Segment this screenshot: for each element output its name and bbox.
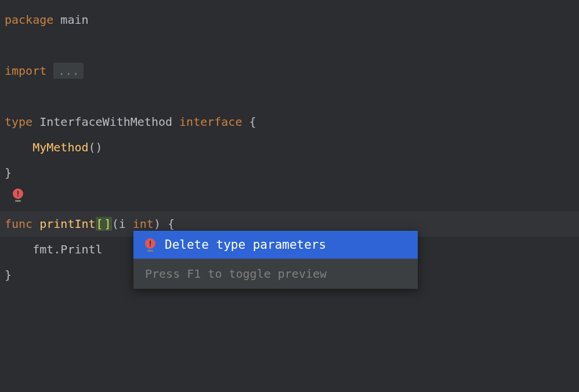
keyword-func: func xyxy=(5,217,32,231)
code-line: MyMethod() xyxy=(0,135,579,160)
func-name: printInt xyxy=(39,217,95,231)
error-circle-icon: ! xyxy=(145,238,155,249)
keyword-type: type xyxy=(5,115,32,129)
dot: . xyxy=(53,242,60,256)
paren-open: ( xyxy=(112,217,119,231)
error-bulb-icon: ! xyxy=(13,188,23,202)
paren-close: ) xyxy=(154,217,161,231)
type-name: InterfaceWithMethod xyxy=(39,115,172,129)
method-name: MyMethod xyxy=(32,140,88,154)
type-param-bracket-open: [ xyxy=(96,217,104,231)
error-bulb-icon: ! xyxy=(145,238,155,252)
param-name: i xyxy=(119,217,126,231)
error-circle-icon: ! xyxy=(13,188,23,199)
brace-open: { xyxy=(168,217,175,231)
keyword-interface: interface xyxy=(179,115,242,129)
brace-open: { xyxy=(249,115,256,129)
folded-imports[interactable]: ... xyxy=(53,63,84,79)
intention-popup: ! Delete type parameters Press F1 to tog… xyxy=(133,231,418,289)
code-line: type InterfaceWithMethod interface { xyxy=(0,109,579,135)
code-line: import ... xyxy=(0,58,579,84)
type-param-bracket-close: ] xyxy=(104,217,112,231)
package-name: main xyxy=(60,13,88,27)
code-line-empty xyxy=(0,84,579,109)
pkg-ref: fmt xyxy=(32,242,53,256)
intention-action-delete-type-parameters[interactable]: ! Delete type parameters xyxy=(133,231,418,259)
code-line: } xyxy=(0,160,579,186)
brace-close: } xyxy=(5,268,12,282)
gutter-error-bulb[interactable]: ! xyxy=(13,186,23,202)
call-name: Printl xyxy=(60,242,102,256)
intention-action-label: Delete type parameters xyxy=(165,238,326,252)
code-line-empty xyxy=(0,32,579,58)
intention-hint: Press F1 to toggle preview xyxy=(133,259,418,289)
keyword-import: import xyxy=(5,64,46,78)
code-line: package main xyxy=(0,7,579,32)
param-type: int xyxy=(133,217,154,231)
keyword-package: package xyxy=(5,13,53,27)
bulb-base-icon xyxy=(15,200,21,202)
brace-close: } xyxy=(5,166,12,180)
code-line-empty xyxy=(0,186,579,211)
method-parens: () xyxy=(89,140,103,154)
bulb-base-icon xyxy=(147,250,153,252)
